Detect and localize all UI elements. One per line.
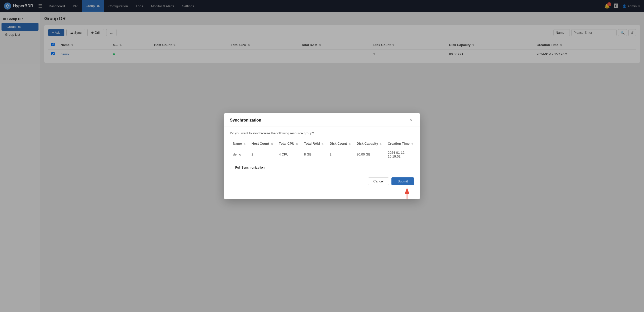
modal-col-creation-time: Creation Time ⇅ — [385, 139, 416, 148]
modal-col-disk-capacity: Disk Capacity ⇅ — [354, 139, 385, 148]
modal-col-total-cpu: Total CPU ⇅ — [276, 139, 301, 148]
modal-header: Synchronization × — [224, 113, 420, 127]
modal-footer-wrapper: Cancel Submit — [224, 174, 420, 199]
modal-row-disk-capacity: 80.00 GB — [354, 148, 385, 161]
modal-title: Synchronization — [230, 118, 261, 123]
full-sync-row: Full Synchronization — [230, 166, 414, 169]
modal-row-disk-count: 2 — [327, 148, 353, 161]
modal-table: Name ⇅ Host Count ⇅ Total CPU ⇅ Total RA… — [230, 139, 416, 161]
modal-body: Do you want to synchronize the following… — [224, 127, 420, 174]
modal-footer: Cancel Submit — [224, 174, 420, 190]
modal-table-row: demo 2 4 CPU 8 GB 2 80.00 GB 2024-01-12 … — [230, 148, 416, 161]
modal-col-host-count: Host Count ⇅ — [249, 139, 276, 148]
modal-overlay: Synchronization × Do you want to synchro… — [0, 0, 644, 312]
modal-row-total-ram: 8 GB — [301, 148, 327, 161]
modal-col-total-ram: Total RAM ⇅ — [301, 139, 327, 148]
modal-description: Do you want to synchronize the following… — [230, 131, 414, 135]
submit-button[interactable]: Submit — [391, 177, 414, 185]
modal-close-button[interactable]: × — [408, 118, 414, 123]
arrow-container — [224, 190, 420, 199]
modal-row-total-cpu: 4 CPU — [276, 148, 301, 161]
modal-row-host-count: 2 — [249, 148, 276, 161]
modal-row-name: demo — [230, 148, 249, 161]
cancel-button[interactable]: Cancel — [368, 177, 389, 185]
full-sync-checkbox[interactable] — [230, 166, 233, 169]
modal-col-name: Name ⇅ — [230, 139, 249, 148]
modal-col-disk-count: Disk Count ⇅ — [327, 139, 353, 148]
synchronization-modal: Synchronization × Do you want to synchro… — [224, 113, 420, 199]
red-arrow — [397, 188, 412, 199]
full-sync-label: Full Synchronization — [235, 166, 265, 169]
modal-row-creation-time: 2024-01-12 15:19:52 — [385, 148, 416, 161]
